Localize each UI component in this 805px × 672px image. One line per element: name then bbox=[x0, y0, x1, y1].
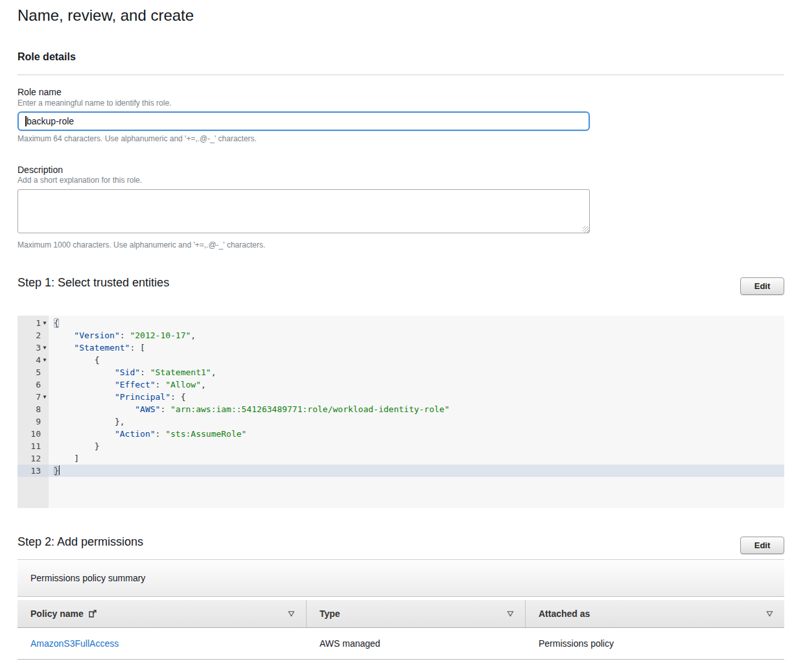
page-title: Name, review, and create bbox=[18, 6, 194, 25]
code-token: "Sid" bbox=[115, 367, 140, 377]
column-header-label: Type bbox=[320, 608, 340, 619]
code-token: }, bbox=[115, 417, 125, 426]
code-text: } bbox=[49, 465, 784, 477]
code-text: "AWS": "arn:aws:iam::541263489771:role/w… bbox=[49, 403, 784, 415]
code-text: "Version": "2012-10-17", bbox=[49, 329, 784, 342]
line-number: 4 bbox=[36, 354, 41, 366]
code-token: : { bbox=[170, 392, 185, 402]
editor-code-lines: 1▼{2 "Version": "2012-10-17",3▼ "Stateme… bbox=[18, 317, 784, 477]
role-name-label: Role name bbox=[18, 87, 62, 97]
resize-handle-icon[interactable] bbox=[583, 226, 589, 233]
step1-edit-button[interactable]: Edit bbox=[740, 277, 784, 295]
code-token: "Statement1" bbox=[150, 367, 211, 377]
code-line[interactable]: 8 "AWS": "arn:aws:iam::541263489771:role… bbox=[18, 403, 784, 415]
gutter-cell: 7▼ bbox=[18, 391, 49, 403]
gutter-cell: 9 bbox=[18, 415, 49, 428]
description-textarea[interactable] bbox=[18, 189, 590, 233]
line-number: 1 bbox=[36, 317, 41, 329]
gutter-cell: 8 bbox=[18, 403, 49, 415]
sort-icon[interactable]: ▽ bbox=[508, 610, 513, 618]
role-name-help: Enter a meaningful name to identify this… bbox=[18, 98, 171, 108]
line-number: 11 bbox=[30, 440, 41, 452]
code-token: "Effect" bbox=[115, 380, 156, 389]
external-link-icon[interactable] bbox=[88, 609, 97, 618]
line-number: 9 bbox=[36, 415, 41, 428]
sort-icon[interactable]: ▽ bbox=[767, 610, 773, 618]
code-token: : bbox=[156, 429, 166, 439]
gutter-cell: 12 bbox=[18, 452, 49, 465]
policy-name-link[interactable]: AmazonS3FullAccess bbox=[30, 638, 119, 649]
description-help: Add a short explanation for this role. bbox=[18, 176, 142, 185]
code-token: { bbox=[54, 318, 59, 328]
line-number: 2 bbox=[36, 329, 41, 342]
panel-title: Permissions policy summary bbox=[30, 573, 145, 583]
role-details-heading: Role details bbox=[18, 51, 76, 63]
step1-heading: Step 1: Select trusted entities bbox=[18, 276, 169, 290]
code-token: "2012-10-17" bbox=[130, 330, 191, 340]
line-number: 10 bbox=[30, 428, 41, 440]
code-line[interactable]: 4▼ { bbox=[18, 354, 784, 366]
line-number: 6 bbox=[36, 378, 41, 391]
code-text: }, bbox=[49, 415, 784, 428]
policy-type-cell: AWS managed bbox=[306, 638, 525, 649]
code-token: } bbox=[95, 441, 100, 451]
code-text: } bbox=[49, 440, 784, 452]
column-header-type[interactable]: Type ▽ bbox=[306, 600, 525, 627]
fold-caret-icon[interactable]: ▼ bbox=[41, 342, 49, 354]
fold-caret-icon[interactable]: ▼ bbox=[41, 391, 49, 403]
code-token: , bbox=[191, 330, 196, 340]
trust-policy-editor[interactable]: 1▼{2 "Version": "2012-10-17",3▼ "Stateme… bbox=[18, 316, 784, 508]
role-name-value: backup-role bbox=[27, 116, 74, 126]
gutter-cell: 4▼ bbox=[18, 354, 49, 366]
column-header-label: Attached as bbox=[539, 608, 590, 619]
code-line[interactable]: 5 "Sid": "Statement1", bbox=[18, 366, 784, 378]
code-token: } bbox=[54, 466, 59, 476]
code-token: : [ bbox=[130, 343, 145, 353]
editor-caret-icon bbox=[59, 465, 60, 475]
code-text: "Effect": "Allow", bbox=[49, 378, 784, 391]
code-line[interactable]: 7▼ "Principal": { bbox=[18, 391, 784, 403]
line-number: 7 bbox=[36, 391, 41, 403]
column-header-policy-name[interactable]: Policy name ▽ bbox=[18, 600, 306, 627]
gutter-cell: 13 bbox=[18, 465, 49, 477]
fold-caret-icon[interactable]: ▼ bbox=[41, 317, 49, 329]
line-number: 5 bbox=[36, 366, 41, 378]
code-token: "AWS" bbox=[135, 404, 160, 414]
sort-icon[interactable]: ▽ bbox=[288, 610, 294, 618]
code-line[interactable]: 9 }, bbox=[18, 415, 784, 428]
code-token: "Version" bbox=[74, 330, 119, 340]
fold-caret-icon[interactable]: ▼ bbox=[41, 354, 49, 366]
code-token: , bbox=[201, 380, 206, 389]
line-number: 8 bbox=[36, 403, 41, 415]
code-line[interactable]: 6 "Effect": "Allow", bbox=[18, 378, 784, 391]
code-line[interactable]: 10 "Action": "sts:AssumeRole" bbox=[18, 428, 784, 440]
code-line[interactable]: 13} bbox=[18, 465, 784, 477]
gutter-cell: 2 bbox=[18, 329, 49, 342]
description-label: Description bbox=[18, 165, 63, 175]
code-token: "arn:aws:iam::541263489771:role/workload… bbox=[170, 404, 449, 414]
code-line[interactable]: 12 ] bbox=[18, 452, 784, 465]
code-line[interactable]: 2 "Version": "2012-10-17", bbox=[18, 329, 784, 342]
gutter-cell: 3▼ bbox=[18, 342, 49, 354]
policy-name-cell: AmazonS3FullAccess bbox=[18, 638, 306, 649]
code-text: "Action": "sts:AssumeRole" bbox=[49, 428, 784, 440]
code-token: , bbox=[211, 367, 216, 377]
code-line[interactable]: 1▼{ bbox=[18, 317, 784, 329]
code-token: "Statement" bbox=[74, 343, 130, 353]
code-text: "Sid": "Statement1", bbox=[49, 366, 784, 378]
step2-edit-button[interactable]: Edit bbox=[740, 537, 784, 554]
column-header-attached-as[interactable]: Attached as ▽ bbox=[525, 600, 784, 627]
line-number: 13 bbox=[30, 465, 41, 477]
role-name-input[interactable]: backup-role bbox=[18, 111, 590, 131]
step2-heading: Step 2: Add permissions bbox=[18, 535, 143, 549]
code-token: { bbox=[95, 355, 100, 365]
code-token: : bbox=[160, 404, 170, 414]
code-line[interactable]: 11 } bbox=[18, 440, 784, 452]
code-token: "Principal" bbox=[115, 392, 170, 402]
gutter-cell: 11 bbox=[18, 440, 49, 452]
code-line[interactable]: 3▼ "Statement": [ bbox=[18, 342, 784, 354]
code-text: { bbox=[49, 354, 784, 366]
gutter-cell: 10 bbox=[18, 428, 49, 440]
code-token: : bbox=[120, 330, 130, 340]
code-token: : bbox=[140, 367, 150, 377]
